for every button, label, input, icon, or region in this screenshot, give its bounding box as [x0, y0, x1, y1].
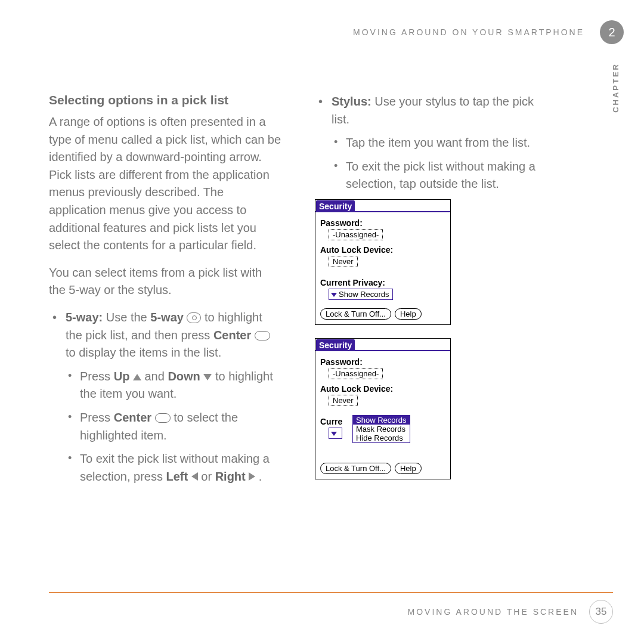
- autolock-field[interactable]: Never: [329, 256, 358, 267]
- center-icon: [255, 331, 270, 340]
- up-icon: [133, 374, 141, 380]
- autolock-label: Auto Lock Device:: [320, 384, 445, 394]
- picklist-option-selected[interactable]: Show Records: [353, 416, 410, 425]
- password-label: Password:: [320, 357, 445, 367]
- picklist-option[interactable]: Mask Records: [353, 425, 410, 434]
- label-stylus: Stylus:: [332, 95, 371, 108]
- footer-text: MOVING AROUND THE SCREEN: [408, 607, 578, 617]
- lock-button[interactable]: Lock & Turn Off...: [320, 463, 391, 474]
- left-icon: [191, 472, 198, 481]
- picklist-option[interactable]: Hide Records: [353, 434, 410, 442]
- intro-para-1: A range of options is often presented in…: [49, 113, 281, 255]
- sub-updown: Press Up and Down to highlight the item …: [66, 368, 281, 403]
- security-panel-closed: Security Password: -Unassigned- Auto Loc…: [315, 199, 451, 325]
- sub-exit-tap: To exit the pick list without making a s…: [332, 158, 547, 193]
- lock-button[interactable]: Lock & Turn Off...: [320, 308, 391, 320]
- bullet-stylus: Stylus: Use your stylus to tap the pick …: [315, 93, 547, 193]
- security-panel-open: Security Password: -Unassigned- Auto Loc…: [315, 338, 451, 479]
- down-icon: [203, 374, 212, 380]
- picklist-popup[interactable]: Show Records Mask Records Hide Records: [352, 415, 410, 443]
- page-number: 35: [589, 600, 613, 624]
- sub-exit: To exit the pick list without making a s…: [66, 450, 281, 485]
- chevron-down-icon: [331, 432, 337, 436]
- password-field[interactable]: -Unassigned-: [329, 229, 383, 240]
- panel-title: Security: [316, 339, 355, 351]
- panel-title: Security: [316, 200, 355, 212]
- sub-tap: Tap the item you want from the list.: [332, 134, 547, 152]
- privacy-picklist[interactable]: Show Records: [329, 289, 393, 300]
- chapter-label: CHAPTER: [611, 63, 620, 113]
- autolock-field[interactable]: Never: [329, 395, 358, 406]
- footer-rule: [49, 592, 613, 593]
- privacy-picklist-open[interactable]: [329, 428, 342, 439]
- center-icon: [155, 413, 171, 423]
- right-icon: [249, 472, 255, 481]
- intro-para-2: You can select items from a pick list wi…: [49, 264, 281, 299]
- fiveway-icon: [187, 312, 201, 323]
- help-button[interactable]: Help: [395, 463, 422, 474]
- bullet-5way: 5-way: Use the 5-way to highlight the pi…: [49, 309, 281, 485]
- password-field[interactable]: -Unassigned-: [329, 368, 383, 379]
- section-heading: Selecting options in a pick list: [49, 93, 281, 107]
- privacy-label: Current Privacy:: [320, 278, 445, 287]
- left-column: Selecting options in a pick list A range…: [49, 93, 281, 493]
- help-button[interactable]: Help: [395, 308, 422, 320]
- password-label: Password:: [320, 218, 445, 228]
- label-5way: 5-way:: [66, 311, 103, 324]
- running-head: MOVING AROUND ON YOUR SMARTPHONE: [49, 27, 584, 37]
- footer: MOVING AROUND THE SCREEN 35: [0, 592, 644, 624]
- autolock-label: Auto Lock Device:: [320, 245, 445, 255]
- right-column: Stylus: Use your stylus to tap the pick …: [315, 93, 547, 493]
- chapter-badge: 2: [600, 20, 624, 44]
- sub-center: Press Center to select the highlighted i…: [66, 409, 281, 444]
- chevron-down-icon: [331, 293, 337, 297]
